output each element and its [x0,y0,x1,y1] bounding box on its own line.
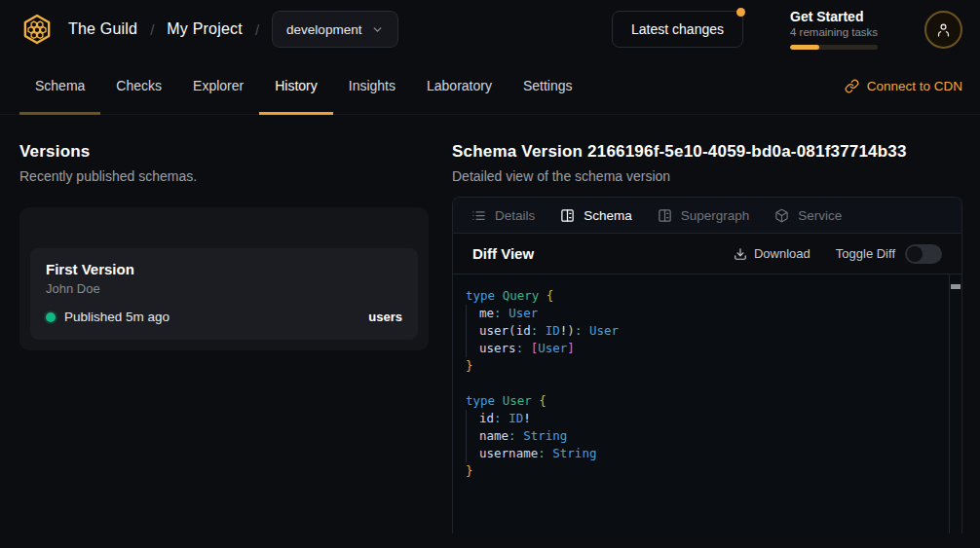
connect-to-cdn-button[interactable]: Connect to CDN [845,58,962,114]
target-selector[interactable]: development [272,11,398,48]
main-content: Versions Recently published schemas. Fir… [0,115,980,533]
detail-tabs: DetailsSchemaSupergraphService [453,198,961,234]
schema-sdl-code[interactable]: type Query {me: Useruser(id: ID!): Useru… [466,287,936,480]
detail-tab-label: Details [495,208,535,223]
get-started-progressbar [790,45,878,50]
nav-tab-checks[interactable]: Checks [100,58,177,115]
hive-logo-icon[interactable] [19,12,55,47]
versions-list-card: First Version John Doe Published 5m ago … [19,207,429,350]
toggle-diff-label: Toggle Diff [836,246,895,261]
toggle-diff-switch[interactable] [905,244,942,264]
user-icon [935,21,952,38]
detail-tab-label: Service [798,208,842,223]
columns-icon [560,208,575,223]
schema-version-detail-card: DetailsSchemaSupergraphService Diff View… [452,197,962,533]
main-nav-tabs: SchemaChecksExplorerHistoryInsightsLabor… [19,58,588,114]
download-label: Download [754,246,810,261]
get-started-subtitle: 4 remaining tasks [790,26,878,38]
schema-code-viewer: type Query {me: Useruser(id: ID!): Useru… [453,274,961,533]
notification-dot [736,8,745,17]
published-status-dot [46,312,56,322]
list-icon [471,208,486,223]
code-scrollbar-thumb[interactable] [951,284,961,289]
detail-tab-supergraph[interactable]: Supergraph [645,198,763,233]
diff-view-title: Diff View [472,245,534,262]
breadcrumb-separator: / [150,21,154,38]
connect-to-cdn-label: Connect to CDN [867,79,962,93]
nav-tab-history[interactable]: History [259,58,333,115]
app-header: The Guild / My Project / development Lat… [0,0,980,58]
version-list-item[interactable]: First Version John Doe Published 5m ago … [30,248,418,340]
target-selector-value: development [286,22,361,37]
main-nav: SchemaChecksExplorerHistoryInsightsLabor… [0,58,980,115]
detail-tab-details[interactable]: Details [459,198,547,233]
schema-version-subtitle: Detailed view of the schema version [452,168,962,184]
schema-version-title: Schema Version 2166196f-5e10-4059-bd0a-0… [452,142,962,162]
detail-tab-service[interactable]: Service [762,198,854,233]
nav-tab-settings[interactable]: Settings [508,58,588,115]
get-started-title: Get Started [790,9,878,24]
download-button[interactable]: Download [734,246,810,261]
version-author: John Doe [46,281,402,296]
columns-icon [658,208,672,223]
nav-tab-explorer[interactable]: Explorer [177,58,259,115]
detail-tab-schema[interactable]: Schema [547,198,645,233]
schema-version-panel: Schema Version 2166196f-5e10-4059-bd0a-0… [452,142,962,533]
latest-changes-button[interactable]: Latest changes [612,11,743,48]
org-breadcrumb[interactable]: The Guild [68,20,137,38]
breadcrumb-separator: / [255,21,259,38]
download-icon [734,247,747,261]
version-status: Published 5m ago [64,310,170,324]
versions-panel: Versions Recently published schemas. Fir… [19,142,452,533]
link-icon [845,79,859,93]
nav-tab-insights[interactable]: Insights [333,58,411,115]
toggle-knob [907,246,923,262]
version-service-name: users [368,310,402,324]
versions-title: Versions [19,142,452,162]
chevron-down-icon [371,23,384,36]
nav-tab-laboratory[interactable]: Laboratory [411,58,508,115]
user-avatar-button[interactable] [924,11,962,49]
box-icon [774,208,789,223]
get-started-widget[interactable]: Get Started 4 remaining tasks [790,9,878,50]
project-breadcrumb[interactable]: My Project [167,20,243,38]
get-started-progress-fill [790,45,819,50]
versions-subtitle: Recently published schemas. [19,168,452,184]
detail-tab-label: Supergraph [681,208,750,223]
version-name: First Version [46,261,402,277]
code-scrollbar-track [949,274,961,533]
nav-tab-schema[interactable]: Schema [19,58,100,115]
detail-tab-label: Schema [584,208,632,223]
diff-toolbar: Diff View Download Toggle Diff [453,234,961,274]
